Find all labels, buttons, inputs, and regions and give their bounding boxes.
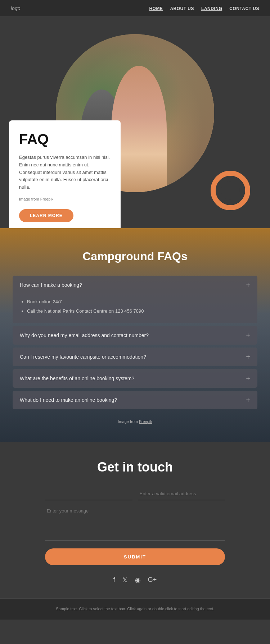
contact-section: Get in touch SUBMIT f 𝕏 ◉ G+	[0, 442, 270, 598]
hero-image-credit: Image from Freepik	[19, 196, 111, 203]
faq-card: FAQ Egestas purus viverra accumsan in ni…	[9, 120, 121, 228]
name-input[interactable]	[45, 487, 132, 500]
facebook-icon[interactable]: f	[113, 576, 115, 584]
footer-text: Sample text. Click to select the text bo…	[11, 606, 259, 612]
twitter-icon[interactable]: 𝕏	[122, 576, 128, 584]
faq-item-header-2[interactable]: Can I reserve my favourite campsite or a…	[13, 348, 257, 366]
nav-link-home[interactable]: HOME	[149, 6, 163, 11]
faq-item-2: Can I reserve my favourite campsite or a…	[13, 348, 257, 366]
faq-plus-icon-1: +	[246, 332, 250, 339]
message-textarea[interactable]	[45, 505, 225, 540]
faq-item-1: Why do you need my email address and con…	[13, 326, 257, 345]
faq-title: FAQ	[19, 131, 111, 147]
faq-answer-item-0-1: Call the National Parks Contact Centre o…	[27, 307, 250, 315]
faq-item-header-3[interactable]: What are the benefits of an online booki…	[13, 369, 257, 388]
contact-title: Get in touch	[11, 460, 259, 475]
nav-item-contact[interactable]: CONTACT US	[229, 5, 259, 12]
nav-item-landing[interactable]: LANDING	[201, 5, 222, 12]
campground-image-credit: Image from Freepik	[0, 419, 270, 427]
faq-accordion: How can I make a booking? + Book online …	[0, 276, 270, 409]
nav-item-about[interactable]: ABOUT US	[170, 5, 194, 12]
faq-plus-icon-3: +	[246, 375, 250, 382]
contact-form: SUBMIT	[45, 487, 225, 565]
faq-plus-icon-0: +	[246, 281, 250, 289]
instagram-icon[interactable]: ◉	[135, 576, 141, 584]
faq-item-header-4[interactable]: What do I need to make an online booking…	[13, 391, 257, 409]
campground-credit-text: Image from	[118, 419, 139, 424]
faq-question-3: What are the benefits of an online booki…	[20, 376, 134, 381]
decorative-circle-inner	[221, 181, 240, 200]
faq-question-1: Why do you need my email address and con…	[20, 332, 149, 338]
submit-button[interactable]: SUBMIT	[45, 548, 225, 565]
campground-section: Campground FAQs How can I make a booking…	[0, 228, 270, 442]
faq-item-header-1[interactable]: Why do you need my email address and con…	[13, 326, 257, 345]
nav-item-home[interactable]: HOME	[149, 5, 163, 12]
faq-question-2: Can I reserve my favourite campsite or a…	[20, 354, 146, 360]
faq-description: Egestas purus viverra accumsan in nisl n…	[19, 154, 111, 191]
nav-link-about[interactable]: ABOUT US	[170, 6, 194, 11]
nav-link-landing[interactable]: LANDING	[201, 6, 222, 11]
faq-item-header-0[interactable]: How can I make a booking? +	[13, 276, 257, 294]
faq-plus-icon-2: +	[246, 353, 250, 360]
faq-question-0: How can I make a booking?	[20, 282, 82, 288]
faq-item-0: How can I make a booking? + Book online …	[13, 276, 257, 323]
navbar: logo HOME ABOUT US LANDING CONTACT US	[0, 0, 270, 16]
faq-item-3: What are the benefits of an online booki…	[13, 369, 257, 388]
faq-question-4: What do I need to make an online booking…	[20, 397, 117, 403]
logo: logo	[11, 5, 20, 11]
social-icons: f 𝕏 ◉ G+	[11, 576, 259, 584]
faq-answer-item-0-0: Book online 24/7	[27, 298, 250, 306]
footer: Sample text. Click to select the text bo…	[0, 598, 270, 620]
hero-section: FAQ Egestas purus viverra accumsan in ni…	[0, 16, 270, 228]
nav-link-contact[interactable]: CONTACT US	[229, 6, 259, 11]
googleplus-icon[interactable]: G+	[148, 576, 157, 584]
faq-plus-icon-4: +	[246, 396, 250, 404]
learn-more-button[interactable]: LEARN MORE	[19, 209, 73, 222]
campground-title: Campground FAQs	[0, 250, 270, 263]
email-input[interactable]	[138, 487, 225, 500]
freepik-link[interactable]: Freepik	[139, 419, 152, 424]
nav-links: HOME ABOUT US LANDING CONTACT US	[149, 5, 259, 12]
faq-item-4: What do I need to make an online booking…	[13, 391, 257, 409]
faq-item-body-0: Book online 24/7 Call the National Parks…	[13, 294, 257, 323]
contact-name-email-row	[45, 487, 225, 500]
decorative-circle	[211, 171, 250, 210]
